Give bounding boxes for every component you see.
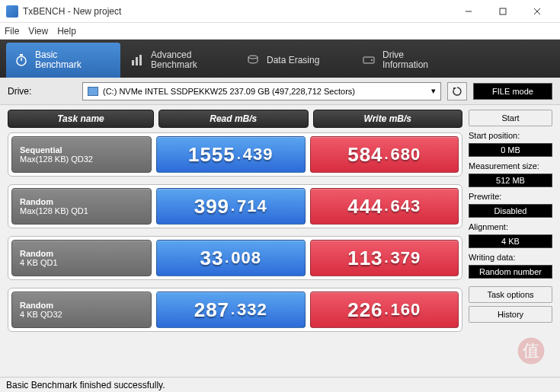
writing-data-value[interactable]: Random number: [469, 265, 552, 279]
tab-label: Advanced Benchmark: [151, 50, 197, 70]
history-button[interactable]: History: [469, 306, 552, 323]
task-title: Random: [20, 301, 143, 310]
read-value: 287.332: [156, 292, 306, 328]
refresh-button[interactable]: [447, 82, 467, 100]
status-bar: Basic Benchmark finished successfully.: [0, 377, 560, 392]
svg-point-10: [248, 56, 258, 59]
drive-row: Drive: (C:) NVMe INTEL SSDPEKKW25 237.09…: [0, 78, 560, 105]
start-position-value[interactable]: 0 MB: [469, 143, 552, 157]
start-button[interactable]: Start: [469, 110, 552, 126]
header-read: Read mB/s: [158, 110, 309, 128]
result-row: Random 4 KB QD1 33.008 113.379: [8, 236, 462, 280]
app-icon: [6, 5, 18, 18]
erase-icon: [245, 53, 261, 68]
read-value: 1555.439: [156, 136, 306, 173]
task-cell[interactable]: Random Max(128 KB) QD1: [11, 188, 152, 225]
read-value: 399.714: [156, 188, 306, 225]
prewrite-label: Prewrite:: [469, 192, 552, 201]
tab-label: Basic Benchmark: [35, 50, 82, 70]
task-title: Random: [20, 249, 143, 258]
svg-rect-9: [139, 55, 142, 65]
task-title: Sequential: [20, 145, 143, 155]
menu-view[interactable]: View: [28, 26, 48, 37]
disk-icon: [88, 87, 98, 96]
file-mode-button[interactable]: FILE mode: [473, 83, 552, 100]
tab-advanced-benchmark[interactable]: Advanced Benchmark: [122, 43, 236, 78]
write-value: 113.379: [310, 240, 459, 276]
svg-rect-8: [136, 57, 138, 65]
write-value: 584.680: [310, 136, 459, 173]
title-bar: TxBENCH - New project: [0, 0, 560, 23]
drive-selected-text: (C:) NVMe INTEL SSDPEKKW25 237.09 GB (49…: [103, 87, 355, 96]
close-button[interactable]: [520, 1, 554, 22]
task-title: Random: [20, 197, 143, 206]
start-position-label: Start position:: [469, 131, 552, 140]
results-panel: Task name Read mB/s Write mB/s Sequentia…: [8, 110, 462, 378]
tab-label: Drive Information: [382, 50, 428, 70]
result-row: Random Max(128 KB) QD1 399.714 444.643: [8, 184, 462, 228]
drive-icon: [361, 53, 376, 68]
refresh-icon: [452, 86, 462, 97]
tab-drive-information[interactable]: Drive Information: [354, 43, 468, 78]
result-row: Sequential Max(128 KB) QD32 1555.439 584…: [8, 132, 462, 177]
tab-data-erasing[interactable]: Data Erasing: [238, 43, 352, 78]
drive-select[interactable]: (C:) NVMe INTEL SSDPEKKW25 237.09 GB (49…: [82, 82, 441, 100]
drive-label: Drive:: [8, 86, 76, 97]
tab-bar: Basic Benchmark Advanced Benchmark Data …: [0, 40, 560, 78]
writing-data-label: Writing data:: [469, 253, 552, 262]
maximize-button[interactable]: [486, 1, 520, 22]
header-task: Task name: [8, 110, 154, 128]
window-title: TxBENCH - New project: [23, 6, 452, 17]
menu-bar: File View Help: [0, 23, 560, 40]
svg-rect-6: [20, 54, 23, 56]
task-sub: 4 KB QD1: [20, 258, 143, 267]
write-value: 444.643: [310, 188, 459, 225]
svg-rect-1: [500, 8, 506, 14]
header-write: Write mB/s: [313, 110, 463, 128]
alignment-label: Alignment:: [469, 222, 552, 231]
prewrite-value[interactable]: Disabled: [469, 204, 552, 218]
minimize-button[interactable]: [452, 1, 485, 22]
task-sub: Max(128 KB) QD1: [20, 206, 143, 215]
stopwatch-icon: [14, 53, 29, 68]
task-cell[interactable]: Random 4 KB QD1: [11, 240, 152, 276]
status-text: Basic Benchmark finished successfully.: [6, 380, 165, 390]
measurement-size-label: Measurement size:: [469, 161, 552, 171]
measurement-size-value[interactable]: 512 MB: [469, 174, 552, 187]
write-value: 226.160: [310, 292, 459, 328]
svg-point-12: [371, 59, 373, 61]
task-cell[interactable]: Random 4 KB QD32: [11, 292, 152, 328]
chevron-down-icon: ▾: [431, 86, 436, 96]
task-options-button[interactable]: Task options: [469, 286, 552, 303]
svg-marker-13: [453, 88, 456, 91]
task-sub: 4 KB QD32: [20, 310, 143, 319]
side-panel: Start Start position: 0 MB Measurement s…: [469, 110, 552, 378]
menu-help[interactable]: Help: [57, 26, 76, 37]
task-sub: Max(128 KB) QD32: [20, 155, 143, 164]
tab-basic-benchmark[interactable]: Basic Benchmark: [6, 43, 120, 78]
svg-rect-7: [132, 60, 134, 65]
alignment-value[interactable]: 4 KB: [469, 234, 552, 248]
read-value: 33.008: [156, 240, 306, 276]
bars-icon: [130, 53, 145, 68]
tab-label: Data Erasing: [267, 55, 319, 65]
result-row: Random 4 KB QD32 287.332 226.160: [8, 288, 462, 332]
task-cell[interactable]: Sequential Max(128 KB) QD32: [11, 136, 152, 173]
menu-file[interactable]: File: [5, 26, 19, 37]
